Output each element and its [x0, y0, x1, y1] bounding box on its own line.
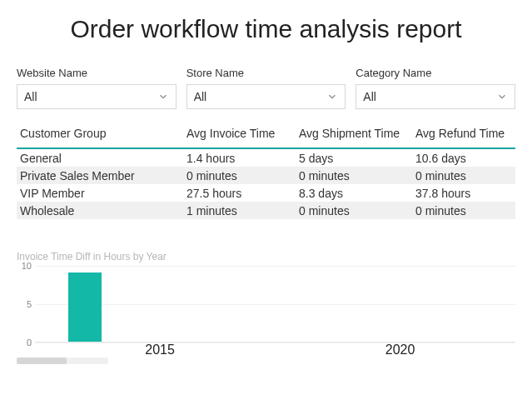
table-row[interactable]: General1.4 hours5 days10.6 days [17, 149, 515, 167]
x-tick: 2015 [145, 342, 175, 358]
cell-avg-invoice: 1.4 hours [183, 149, 296, 168]
cell-avg-shipment: 5 days [296, 149, 412, 168]
bar[interactable] [68, 272, 102, 342]
chevron-down-icon [157, 91, 169, 102]
col-avg-invoice[interactable]: Avg Invoice Time [183, 124, 296, 142]
filter-label-store: Store Name [186, 67, 346, 79]
col-avg-shipment[interactable]: Avg Shipment Time [296, 124, 412, 142]
cell-avg-invoice: 27.5 hours [183, 184, 296, 202]
filter-label-category: Category Name [355, 67, 515, 79]
x-tick: 2020 [385, 342, 415, 358]
y-tick: 10 [22, 261, 32, 271]
cell-avg-invoice: 1 minutes [183, 202, 296, 220]
table-row[interactable]: VIP Member27.5 hours8.3 days37.8 hours [17, 184, 515, 202]
chart-scrollbar-thumb[interactable] [17, 358, 67, 364]
filter-store: Store Name All [186, 67, 346, 109]
chevron-down-icon [326, 91, 338, 102]
table-row[interactable]: Wholesale1 minutes0 minutes0 minutes [17, 202, 515, 219]
cell-avg-shipment: 0 minutes [296, 202, 412, 220]
page-title: Order workflow time analysis report [0, 15, 532, 43]
filter-bar: Website Name All Store Name All Category… [0, 67, 532, 109]
table-body: General1.4 hours5 days10.6 daysPrivate S… [17, 149, 515, 219]
col-avg-refund[interactable]: Avg Refund Time [412, 124, 515, 142]
cell-avg-refund: 37.8 hours [412, 184, 515, 202]
filter-select-store[interactable]: All [186, 84, 346, 109]
chevron-down-icon [496, 91, 508, 102]
cell-customer-group: Private Sales Member [17, 167, 183, 185]
cell-customer-group: Wholesale [17, 202, 183, 220]
bar-chart[interactable]: 0510 [17, 266, 515, 342]
filter-select-category[interactable]: All [355, 84, 515, 109]
cell-avg-refund: 0 minutes [412, 202, 515, 220]
chart-title: Invoice Time Diff in Hours by Year [17, 251, 515, 262]
chart-x-axis: 20152020 [17, 342, 515, 356]
filter-website: Website Name All [17, 67, 177, 109]
chart-plot-area [35, 266, 515, 342]
y-tick: 5 [27, 299, 32, 309]
filter-value-website: All [24, 90, 37, 103]
filter-label-website: Website Name [17, 67, 177, 79]
filter-value-category: All [363, 90, 376, 103]
table-row[interactable]: Private Sales Member0 minutes0 minutes0 … [17, 167, 515, 184]
cell-avg-refund: 0 minutes [412, 167, 515, 185]
cell-avg-invoice: 0 minutes [183, 167, 296, 185]
cell-avg-refund: 10.6 days [412, 149, 515, 168]
table-header-row: Customer Group Avg Invoice Time Avg Ship… [17, 124, 515, 149]
cell-avg-shipment: 8.3 days [296, 184, 412, 202]
cell-customer-group: General [17, 149, 183, 168]
col-customer-group[interactable]: Customer Group [17, 124, 183, 142]
filter-select-website[interactable]: All [17, 84, 177, 109]
cell-customer-group: VIP Member [17, 184, 183, 202]
data-table: Customer Group Avg Invoice Time Avg Ship… [0, 124, 532, 219]
filter-category: Category Name All [355, 67, 515, 109]
chart-container: Invoice Time Diff in Hours by Year 0510 … [0, 239, 532, 364]
chart-scrollbar[interactable] [17, 358, 108, 364]
chart-y-axis: 0510 [17, 266, 35, 342]
filter-value-store: All [194, 90, 207, 103]
cell-avg-shipment: 0 minutes [296, 167, 412, 185]
